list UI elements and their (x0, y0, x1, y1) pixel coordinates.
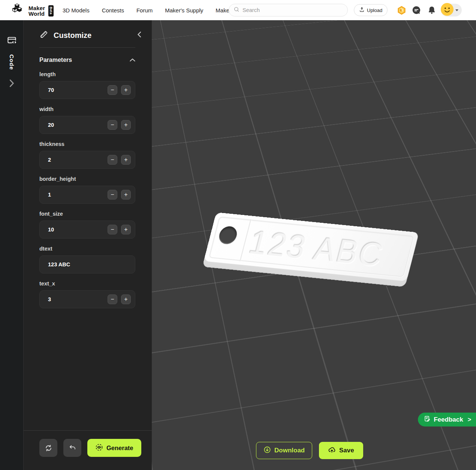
chevron-up-icon (130, 57, 135, 63)
decrement-button[interactable]: − (108, 294, 117, 304)
decrement-button[interactable]: − (108, 120, 117, 130)
increment-button[interactable]: + (121, 294, 131, 304)
download-button[interactable]: Download (256, 442, 312, 459)
3d-viewport-canvas[interactable]: 123 ABC Download Save (152, 20, 476, 470)
param-border-height: border_height 1 − + (24, 176, 152, 204)
undo-button[interactable] (63, 439, 81, 457)
chevron-down-icon (455, 9, 458, 11)
param-field: 123 ABC (39, 255, 135, 273)
param-value-input[interactable]: 10 (48, 227, 104, 233)
param-font-size: font_size 10 − + (24, 211, 152, 239)
customize-panel: Customize Parameters (24, 20, 152, 470)
param-value-input[interactable]: 1 (48, 192, 104, 198)
rewards-badge-icon[interactable] (396, 5, 407, 15)
param-value-input[interactable]: 3 (48, 296, 104, 302)
top-navbar: Maker World Beta 3D Models Contests Foru… (0, 0, 476, 20)
param-field: 20 − + (39, 116, 135, 134)
increment-button[interactable]: + (121, 85, 131, 95)
parameters-toggle[interactable]: Parameters (24, 48, 152, 64)
search-icon (234, 6, 239, 14)
reset-button[interactable] (39, 439, 57, 457)
collapse-panel-button[interactable] (134, 30, 144, 41)
param-label: length (39, 71, 135, 77)
param-field: 2 − + (39, 151, 135, 169)
makerworld-customizer-page: Maker World Beta 3D Models Contests Foru… (0, 0, 476, 470)
beta-badge: Beta (48, 5, 54, 17)
param-thickness: thickness 2 − + (24, 141, 152, 169)
param-label: dtext (39, 246, 135, 252)
param-dtext: dtext 123 ABC (24, 246, 152, 273)
panel-header: Customize (24, 20, 152, 47)
increment-button[interactable]: + (121, 190, 131, 200)
avatar (441, 3, 454, 17)
code-panel-icon[interactable] (7, 35, 17, 47)
panel-title: Customize (54, 31, 129, 40)
upload-icon (359, 7, 365, 14)
param-width: width 20 − + (24, 106, 152, 134)
nav-contests[interactable]: Contests (102, 7, 124, 14)
panel-footer: Generate (24, 430, 152, 470)
decrement-button[interactable]: − (108, 85, 117, 95)
download-label: Download (274, 447, 305, 454)
decrement-button[interactable]: − (108, 225, 117, 234)
preview-eye-icon (95, 443, 103, 453)
param-field: 10 − + (39, 221, 135, 239)
search-input[interactable] (242, 7, 343, 13)
param-value-input[interactable]: 2 (48, 157, 104, 163)
param-text-x: text_x 3 − + (24, 281, 152, 308)
main-nav: 3D Models Contests Forum Maker's Supply … (63, 0, 241, 20)
increment-button[interactable]: + (121, 120, 131, 130)
parameters-section: Parameters length 70 − + (24, 48, 152, 430)
generate-button[interactable]: Generate (87, 439, 141, 457)
param-label: border_height (39, 176, 135, 182)
nav-3d-models[interactable]: 3D Models (63, 7, 90, 14)
param-length: length 70 − + (24, 71, 152, 99)
brand-title: Maker World (28, 5, 45, 17)
param-label: thickness (39, 141, 135, 147)
increment-button[interactable]: + (121, 225, 131, 234)
param-label: text_x (39, 281, 135, 287)
param-field: 3 − + (39, 290, 135, 308)
decrement-button[interactable]: − (108, 190, 117, 200)
param-field: 1 − + (39, 186, 135, 204)
feedback-form-icon (424, 415, 431, 424)
upload-label: Upload (367, 8, 382, 13)
download-icon (263, 446, 271, 455)
customize-icon (39, 30, 48, 41)
code-rail: Code (0, 20, 24, 470)
generate-label: Generate (106, 444, 133, 452)
nav-forum[interactable]: Forum (136, 7, 153, 14)
decrement-button[interactable]: − (108, 155, 117, 165)
main-area: Code Customize (0, 20, 476, 470)
upload-button[interactable]: Upload (354, 4, 388, 16)
messages-icon[interactable] (411, 5, 422, 15)
param-value-input[interactable]: 20 (48, 122, 104, 128)
account-menu[interactable] (441, 4, 462, 17)
makerworld-logo-icon (11, 3, 25, 18)
increment-button[interactable]: + (121, 155, 131, 165)
cloud-save-icon (328, 446, 336, 455)
dtext-input[interactable]: 123 ABC (48, 261, 131, 267)
param-label: font_size (39, 211, 135, 217)
feedback-label: Feedback (434, 416, 463, 423)
expand-chevron-icon[interactable] (9, 79, 15, 89)
search-bar (229, 4, 348, 17)
feedback-button[interactable]: Feedback > (418, 413, 476, 426)
notifications-icon[interactable] (427, 5, 437, 15)
param-value-input[interactable]: 70 (48, 87, 104, 93)
param-field: 70 − + (39, 81, 135, 99)
parameters-title: Parameters (39, 57, 72, 63)
nav-makers-supply[interactable]: Maker's Supply (165, 7, 203, 14)
save-label: Save (339, 447, 354, 454)
feedback-arrow-icon: > (468, 416, 471, 423)
save-button[interactable]: Save (319, 442, 363, 459)
param-label: width (39, 106, 135, 112)
code-label: Code (9, 54, 15, 70)
brand-logo[interactable]: Maker World Beta (11, 3, 54, 18)
